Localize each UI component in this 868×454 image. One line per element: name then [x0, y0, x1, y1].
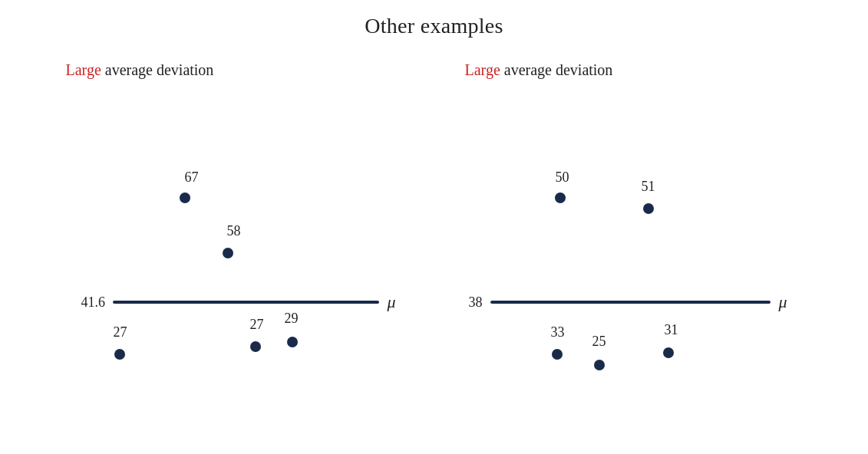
- chart-panel-1: Large average deviation 67 58 41.6 μ 27 …: [66, 61, 404, 437]
- chart1-label-27a: 27: [114, 324, 127, 340]
- chart1-label-27b: 27: [250, 317, 264, 333]
- chart1-label-67: 67: [185, 169, 199, 186]
- chart2-highlight: Large: [465, 61, 500, 78]
- chart2-dot-51: [643, 203, 654, 214]
- chart1-area: 67 58 41.6 μ 27 27 29: [66, 102, 404, 424]
- chart2-subtitle-plain: average deviation: [500, 61, 613, 78]
- chart1-subtitle-plain: average deviation: [101, 61, 214, 78]
- chart1-mean-value: 41.6: [81, 294, 106, 311]
- chart2-mean-line-container: 38 μ: [469, 292, 787, 312]
- chart2-mean-value: 38: [469, 294, 483, 311]
- chart1-mean-line: [113, 301, 379, 304]
- chart2-mean-line: [490, 301, 771, 304]
- chart1-dot-58: [223, 248, 233, 258]
- chart2-area: 50 51 38 μ 33 25 31: [465, 102, 803, 424]
- chart2-mu: μ: [778, 292, 787, 312]
- charts-container: Large average deviation 67 58 41.6 μ 27 …: [0, 61, 868, 437]
- chart2-label-50: 50: [556, 169, 569, 186]
- chart-panel-2: Large average deviation 50 51 38 μ 33 25…: [465, 61, 803, 437]
- chart2-dot-33: [552, 349, 563, 360]
- chart1-dot-29: [287, 337, 298, 347]
- chart1-mu: μ: [387, 292, 395, 312]
- chart1-subtitle: Large average deviation: [66, 61, 404, 79]
- chart1-mean-line-container: 41.6 μ: [81, 292, 396, 312]
- page-title: Other examples: [0, 0, 868, 38]
- chart2-label-31: 31: [665, 322, 678, 338]
- chart2-dot-25: [594, 360, 605, 370]
- chart1-dot-67: [180, 192, 190, 203]
- chart2-dot-31: [663, 347, 674, 358]
- chart2-dot-50: [555, 192, 566, 203]
- chart1-dot-27b: [250, 341, 261, 352]
- chart1-label-29: 29: [285, 311, 299, 327]
- chart2-subtitle: Large average deviation: [465, 61, 803, 79]
- chart2-label-33: 33: [551, 324, 565, 340]
- chart2-label-51: 51: [642, 179, 655, 195]
- chart2-label-25: 25: [592, 334, 606, 350]
- chart1-dot-27a: [114, 349, 125, 360]
- chart1-highlight: Large: [66, 61, 101, 78]
- chart1-label-58: 58: [227, 223, 241, 239]
